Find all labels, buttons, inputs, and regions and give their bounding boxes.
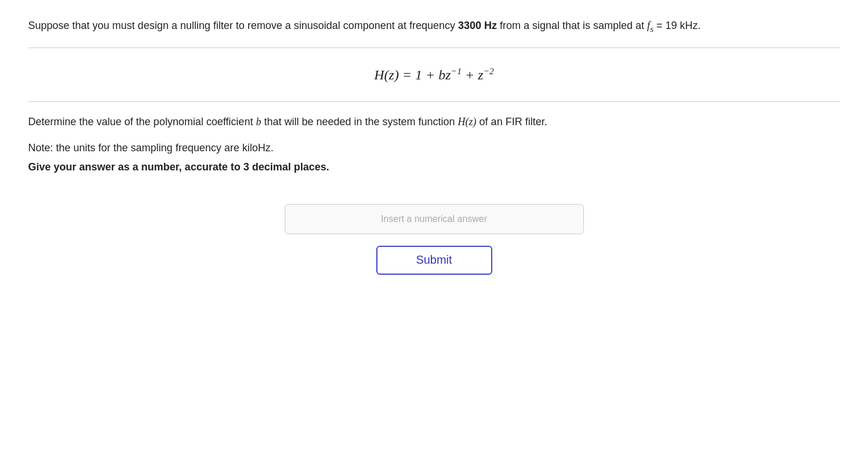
note-line1: Note: the units for the sampling frequen… [28, 139, 840, 157]
hz-symbol: H(z) [458, 116, 477, 128]
divider-bottom [28, 101, 840, 102]
submit-button[interactable]: Submit [376, 246, 492, 275]
intro-equals: = 19 kHz. [653, 20, 701, 31]
numerical-answer-input[interactable] [285, 204, 584, 234]
note-line2: Give your answer as a number, accurate t… [28, 159, 840, 175]
answer-section: Submit [28, 204, 840, 275]
intro-text-part1: Suppose that you must design a nulling f… [28, 20, 458, 31]
frequency-value: 3300 Hz [458, 20, 497, 31]
formula-section: H(z) = 1 + bz−1 + z−2 [28, 54, 840, 96]
b-symbol: b [256, 116, 261, 128]
page-container: Suppose that you must design a nulling f… [11, 0, 858, 298]
intro-paragraph: Suppose that you must design a nulling f… [28, 17, 840, 36]
kilohz-label: kiloHz. [242, 142, 274, 154]
formula-display: H(z) = 1 + bz−1 + z−2 [374, 67, 494, 82]
divider-top [28, 48, 840, 48]
intro-text-part2: from a signal that is sampled at [497, 20, 647, 31]
determine-paragraph: Determine the value of the polynomial co… [28, 114, 840, 130]
